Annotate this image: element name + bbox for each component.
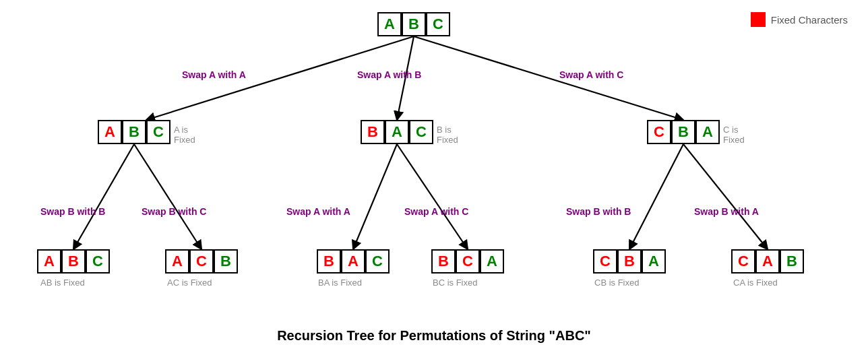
node-l1-left: A B C (98, 120, 170, 144)
svg-line-7 (629, 144, 683, 249)
node-l2-ml: B A C (317, 249, 390, 274)
fixed-label-l1-left: A isFixed (174, 125, 195, 145)
cell-l1m-a: A (385, 120, 409, 144)
node-l2-rr: C A B (731, 249, 804, 274)
fixed-label-l2-rr: CA is Fixed (733, 278, 778, 288)
fixed-label-l2-mr: BC is Fixed (433, 278, 477, 288)
cell-l2lr-c: C (189, 249, 214, 274)
cell-l2ll-b: B (61, 249, 86, 274)
cell-l2ml-b: B (317, 249, 341, 274)
cell-l1m-b: B (361, 120, 385, 144)
cell-l1r-a: A (695, 120, 720, 144)
svg-line-2 (414, 36, 683, 120)
cell-l2rl-b: B (617, 249, 642, 274)
cell-l2mr-b: B (431, 249, 456, 274)
cell-l2lr-b: B (214, 249, 238, 274)
legend-text: Fixed Characters (771, 14, 848, 26)
cell-l1l-c: C (146, 120, 170, 144)
fixed-label-l2-ll: AB is Fixed (40, 278, 85, 288)
bottom-title: Recursion Tree for Permutations of Strin… (0, 328, 868, 344)
cell-l2ll-c: C (86, 249, 110, 274)
cell-l1r-c: C (647, 120, 671, 144)
cell-root-a: A (377, 12, 402, 36)
swap-label-root-right: Swap A with C (559, 69, 623, 80)
node-l1-right: C B A (647, 120, 720, 144)
swap-label-root-left: Swap A with A (182, 69, 246, 80)
fixed-label-l1-mid: B isFixed (437, 125, 458, 145)
legend-icon (751, 12, 766, 27)
swap-label-l1m-ml: Swap A with A (286, 206, 350, 217)
main-container: Fixed Characters A B C Swap A wi (0, 0, 868, 353)
swap-label-l1l-ll: Swap B with B (40, 206, 105, 217)
cell-root-c: C (426, 12, 450, 36)
cell-l2ml-a: A (341, 249, 365, 274)
swap-label-l1r-rl: Swap B with B (566, 206, 631, 217)
fixed-label-l2-ml: BA is Fixed (318, 278, 362, 288)
fixed-label-l1-right: C isFixed (723, 125, 745, 145)
cell-l2mr-c: C (456, 249, 480, 274)
cell-l2rl-c: C (593, 249, 617, 274)
node-l2-lr: A C B (165, 249, 238, 274)
cell-l1l-b: B (122, 120, 146, 144)
cell-l1l-a: A (98, 120, 122, 144)
cell-l2mr-a: A (480, 249, 504, 274)
svg-line-5 (353, 144, 397, 249)
node-l2-ll: A B C (37, 249, 110, 274)
cell-l2rr-c: C (731, 249, 755, 274)
cell-l2rr-a: A (755, 249, 780, 274)
svg-line-8 (683, 144, 768, 249)
cell-l2rr-b: B (780, 249, 804, 274)
cell-l1m-c: C (409, 120, 433, 144)
cell-l2rl-a: A (642, 249, 666, 274)
cell-l1r-b: B (671, 120, 695, 144)
svg-line-6 (397, 144, 468, 249)
svg-line-3 (73, 144, 134, 249)
cell-root-b: B (402, 12, 426, 36)
arrows-svg (0, 0, 868, 353)
node-root: A B C (377, 12, 450, 36)
legend: Fixed Characters (751, 12, 848, 27)
cell-l2ll-a: A (37, 249, 61, 274)
node-l2-rl: C B A (593, 249, 666, 274)
node-l1-mid: B A C (361, 120, 433, 144)
swap-label-l1r-rr: Swap B with A (694, 206, 759, 217)
node-l2-mr: B C A (431, 249, 504, 274)
cell-l2lr-a: A (165, 249, 189, 274)
cell-l2ml-c: C (365, 249, 390, 274)
fixed-label-l2-lr: AC is Fixed (167, 278, 212, 288)
swap-label-l1m-mr: Swap A with C (404, 206, 468, 217)
fixed-label-l2-rl: CB is Fixed (594, 278, 639, 288)
swap-label-l1l-lr: Swap B with C (142, 206, 206, 217)
swap-label-root-mid: Swap A with B (357, 69, 421, 80)
svg-line-4 (134, 144, 202, 249)
